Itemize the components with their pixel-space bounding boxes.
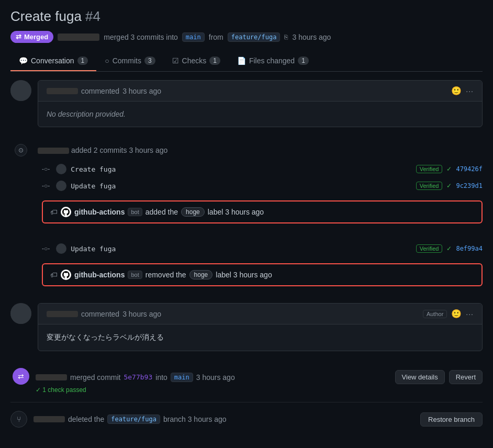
merge-branch[interactable]: main [171,373,193,382]
merge-commit-hash[interactable]: 5e77b93 [124,373,152,381]
commit-hash-3[interactable]: 8ef99a4 [456,245,483,252]
tab-checks[interactable]: ☑ Checks 1 [164,51,229,71]
label-pill-1: hoge [181,207,205,217]
merge-event-content: merged commit 5e77b93 into main 3 hours … [36,368,483,394]
pr-number: #4 [85,8,100,24]
label-added-section: 🏷 github-actions bot added the hoge labe… [10,200,483,232]
commit-dot-1: -○- [42,165,50,173]
verified-badge-2: Verified [416,182,443,190]
merge-event-inner: merged commit 5e77b93 into main 3 hours … [36,370,483,384]
second-comment-body: 変更がなくなったらラベルが消える [38,324,482,351]
second-comment-emoji-btn[interactable]: 🙂 [451,309,462,319]
first-comment-box: commented 3 hours ago 🙂 ··· No descripti… [38,80,483,127]
check-passed-icon: ✓ [36,386,41,394]
verified-badge-3: Verified [416,244,443,253]
tab-conversation-label: Conversation [31,57,74,65]
commits-added-user [38,148,69,154]
first-comment-body-text: No description provided. [47,110,126,118]
branch-icon-wrapper: ⑂ [10,411,27,428]
label-removed-section: 🏷 github-actions bot removed the hoge la… [10,263,483,295]
tab-commits-label: Commits [113,57,141,65]
commit-message-1: Create fuga [71,165,411,173]
label-added-action: added the [145,208,178,216]
second-comment-body-text: 変更がなくなったらラベルが消える [47,333,164,341]
tab-checks-label: Checks [182,57,207,65]
first-comment-avatar [10,80,31,101]
label-removed-action: removed the [145,271,186,279]
commits-added-time: 3 hours ago [129,146,167,154]
commits-added-action: added 2 commits [71,146,127,154]
second-comment-time: 3 hours ago [122,310,161,318]
copy-branch-icon[interactable]: ⎘ [284,33,288,41]
merge-user [36,374,67,380]
first-comment-dots-btn[interactable]: ··· [466,87,474,95]
commit-row-1: -○- Create fuga Verified ✓ 479426f [42,161,483,177]
commits-icon: ○ [105,57,109,65]
commits-added-content: added 2 commits 3 hours ago [38,146,167,154]
view-details-button[interactable]: View details [395,370,445,384]
commit-hash-2[interactable]: 9c239d1 [456,182,483,189]
first-comment-action: commented [81,87,119,95]
commit-message-3: Update fuga [71,245,411,253]
tag-icon-added: 🏷 [50,208,58,216]
second-comment-row: commented 3 hours ago Author 🙂 ··· 変更がなく… [10,303,483,360]
commit-avatar-2 [56,181,66,191]
second-comment-dots-btn[interactable]: ··· [466,310,474,318]
check-icon-2: ✓ [446,182,452,189]
label-removed-suffix: label 3 hours ago [216,271,272,279]
tab-commits[interactable]: ○ Commits 3 [96,51,163,71]
bot-badge-1: bot [128,208,142,216]
conversation-icon: 💬 [19,57,28,65]
base-branch-badge[interactable]: main [182,32,205,42]
second-comment-header-right: Author 🙂 ··· [423,309,474,319]
tab-files-label: Files changed [249,57,295,65]
commit-hash-1[interactable]: 479426f [456,165,483,173]
merge-time: 3 hours ago [196,373,235,382]
label-removed-event: 🏷 github-actions bot removed the hoge la… [42,263,483,286]
commit-row-3: -○- Update fuga Verified ✓ 8ef99a4 [42,240,483,257]
restore-branch-button[interactable]: Restore branch [420,412,483,427]
commit-avatar-1 [56,164,66,174]
check-icon-3: ✓ [446,245,452,252]
delete-branch-content: deleted the feature/fuga branch 3 hours … [33,415,420,424]
second-comment-avatar [10,303,31,324]
tab-conversation[interactable]: 💬 Conversation 1 [10,51,96,71]
verified-badge-1: Verified [416,165,443,173]
commit-message-2: Update fuga [71,182,411,190]
bot-badge-2: bot [128,271,142,279]
github-actions-name-1[interactable]: github-actions [74,208,125,216]
second-comment-user [47,311,78,317]
commits-added-icon: ⊙ [15,144,27,156]
pr-meta-from: from [209,33,223,41]
pr-meta-action: merged 3 commits into [104,33,178,41]
merge-into: into [155,373,167,382]
merge-icon-wrapper: ⇄ [13,368,29,385]
tab-files-changed[interactable]: 📄 Files changed 1 [229,51,317,71]
first-comment-header-right: 🙂 ··· [451,86,474,96]
first-comment-row: commented 3 hours ago 🙂 ··· No descripti… [10,80,483,136]
check-passed-text: 1 check passed [42,386,86,394]
pr-meta: ⇄ Merged merged 3 commits into main from… [10,31,483,43]
commit-avatar-3 [56,243,66,254]
commit-dot-3: -○- [42,245,50,252]
second-comment-header: commented 3 hours ago Author 🙂 ··· [38,304,482,324]
check-icon-1: ✓ [446,165,452,173]
second-comment-box: commented 3 hours ago Author 🙂 ··· 変更がなく… [38,303,483,351]
label-added-event: 🏷 github-actions bot added the hoge labe… [42,200,483,223]
timeline: commented 3 hours ago 🙂 ··· No descripti… [10,80,483,428]
delete-user [33,416,65,422]
merge-event-row: ⇄ merged commit 5e77b93 into main 3 hour… [13,368,483,394]
tag-icon-removed: 🏷 [50,271,58,279]
head-branch-badge[interactable]: feature/fuga [228,32,281,42]
github-actions-name-2[interactable]: github-actions [74,271,125,279]
tabs-bar: 💬 Conversation 1 ○ Commits 3 ☑ Checks 1 … [10,51,483,72]
first-comment-emoji-btn[interactable]: 🙂 [451,86,462,96]
first-comment-header: commented 3 hours ago 🙂 ··· [38,81,482,102]
files-icon: 📄 [237,57,246,65]
label-added-suffix: label 3 hours ago [208,208,264,216]
github-actions-logo-2 [61,270,71,280]
merged-label: Merged [24,33,48,41]
revert-button[interactable]: Revert [449,370,483,384]
commit-dot-2: -○- [42,182,50,189]
commit-meta-3: Verified ✓ 8ef99a4 [416,244,483,253]
